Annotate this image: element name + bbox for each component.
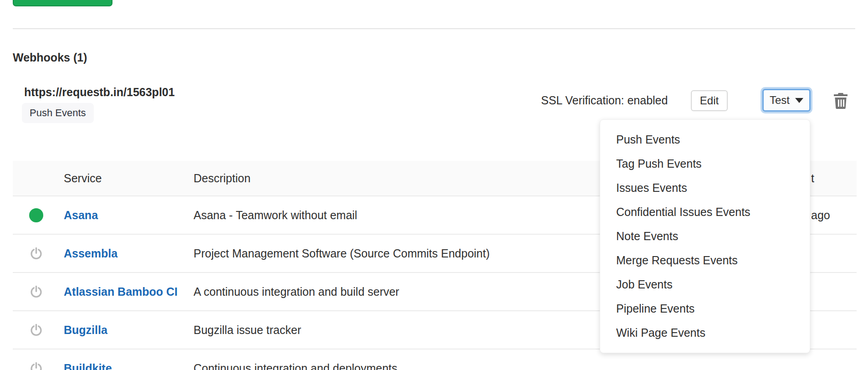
status-disabled-power-icon <box>29 247 43 261</box>
service-column-header: Service <box>64 172 194 185</box>
menu-item-tag-push-events[interactable]: Tag Push Events <box>600 152 810 176</box>
status-disabled-power-icon <box>29 323 43 337</box>
status-disabled-power-icon <box>29 361 43 370</box>
last-edit-fragment: ago <box>811 209 830 222</box>
test-webhook-button[interactable]: Test <box>762 89 811 112</box>
primary-green-button[interactable] <box>13 0 112 6</box>
webhook-url: https://requestb.in/1563pl01 <box>24 86 175 99</box>
delete-webhook-button[interactable] <box>832 90 850 110</box>
menu-item-push-events[interactable]: Push Events <box>600 128 810 152</box>
right-column-header-fragment: t <box>811 172 814 185</box>
menu-item-merge-requests-events[interactable]: Merge Requests Events <box>600 248 810 272</box>
trash-icon <box>833 92 848 109</box>
webhooks-section-title: Webhooks (1) <box>13 51 87 64</box>
menu-item-pipeline-events[interactable]: Pipeline Events <box>600 297 810 321</box>
edit-webhook-button[interactable]: Edit <box>691 90 728 111</box>
status-enabled-icon <box>29 208 43 222</box>
menu-item-note-events[interactable]: Note Events <box>600 224 810 248</box>
test-dropdown-menu: Push Events Tag Push Events Issues Event… <box>600 119 810 353</box>
service-link-bugzilla[interactable]: Bugzilla <box>64 324 107 336</box>
service-link-buildkite[interactable]: Buildkite <box>64 362 112 370</box>
menu-item-job-events[interactable]: Job Events <box>600 272 810 297</box>
service-link-asana[interactable]: Asana <box>64 209 98 221</box>
chevron-down-icon <box>795 98 803 103</box>
push-events-badge: Push Events <box>22 103 94 123</box>
menu-item-confidential-issues-events[interactable]: Confidential Issues Events <box>600 200 810 224</box>
menu-item-issues-events[interactable]: Issues Events <box>600 176 810 200</box>
service-link-assembla[interactable]: Assembla <box>64 247 117 260</box>
service-description: Continuous integration and deployments <box>194 362 857 370</box>
section-divider <box>13 28 855 29</box>
menu-item-wiki-page-events[interactable]: Wiki Page Events <box>600 321 810 345</box>
test-button-label: Test <box>770 94 790 107</box>
status-disabled-power-icon <box>29 285 43 299</box>
ssl-verification-status: SSL Verification: enabled <box>541 94 668 107</box>
service-link-atlassian-bamboo-ci[interactable]: Atlassian Bamboo CI <box>64 285 178 298</box>
